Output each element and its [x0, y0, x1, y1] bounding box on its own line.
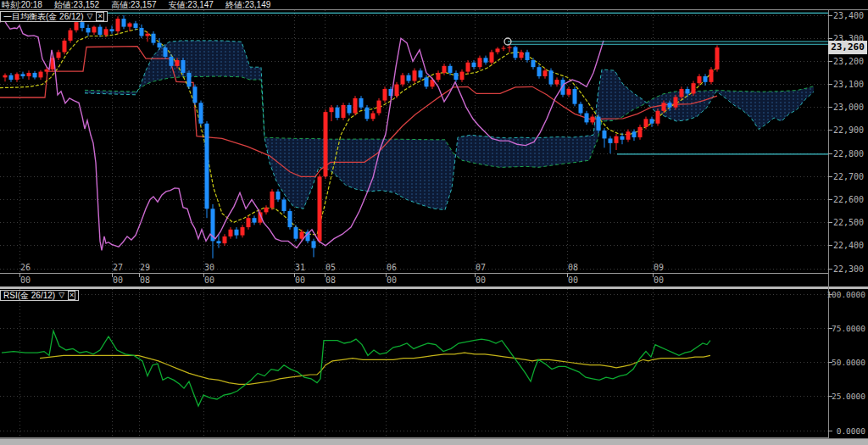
price-axis-label: 23,000: [833, 103, 864, 112]
info-high: 高値:23,157: [111, 0, 156, 9]
price-axis-label: 22,500: [833, 218, 864, 227]
price-axis-label: 23,100: [833, 80, 864, 89]
price-axis-label: 23,400: [833, 11, 864, 20]
rsi-axis-label: 100.0000: [826, 290, 865, 299]
info-time: 時刻:20:18: [2, 0, 42, 9]
date-tick-label: 09: [654, 263, 664, 272]
rsi-panel-title: RSI(金 26/12): [3, 291, 55, 300]
info-open: 始値:23,152: [54, 0, 99, 9]
price-axis-label: 22,900: [833, 125, 864, 135]
rsi-axis-label: 25.0000: [832, 392, 865, 401]
hour-tick-label: 00: [387, 275, 397, 285]
hour-tick-label: 00: [204, 275, 214, 285]
price-axis-label: 22,700: [833, 172, 864, 181]
bottom-scrollbar[interactable]: [0, 438, 868, 445]
rsi-close-button[interactable]: ×: [68, 291, 75, 300]
date-tick-label: 05: [326, 263, 336, 272]
info-low: 安値:23,147: [169, 0, 214, 9]
date-tick-label: 07: [476, 263, 486, 272]
date-tick-label: 30: [204, 263, 214, 272]
rsi-axis-label: 75.0000: [832, 324, 865, 333]
date-tick-label: 26: [20, 263, 31, 272]
date-tick-label: 08: [568, 263, 578, 272]
ichimoku-collapse-button[interactable]: ▽: [86, 12, 92, 21]
hour-tick-label: 08: [326, 275, 336, 285]
hour-tick-label: 00: [568, 275, 578, 285]
chart-canvas[interactable]: 23,40023,30023,20023,10023,00022,90022,8…: [0, 0, 868, 445]
hour-tick-label: 00: [295, 275, 305, 285]
info-close: 終値:23,149: [225, 0, 270, 9]
rsi-axis-label: 0.0000: [837, 426, 866, 436]
hour-tick-label: 00: [113, 275, 123, 285]
date-tick-label: 06: [387, 263, 397, 272]
price-axis-label: 22,800: [833, 149, 864, 159]
trading-chart-window: 23,40023,30023,20023,10023,00022,90022,8…: [0, 0, 868, 445]
price-axis-label: 23,200: [833, 57, 864, 66]
rsi-axis-label: 50.0000: [832, 358, 865, 367]
ichimoku-panel-label: 一目均衡表(金 26/12) ▽ ×: [0, 11, 108, 22]
date-tick-label: 27: [113, 263, 123, 272]
hour-tick-label: 08: [140, 275, 150, 285]
price-axis-label: 22,400: [833, 241, 864, 250]
date-tick-label: 29: [140, 263, 150, 272]
hour-tick-label: 00: [20, 275, 31, 285]
rsi-collapse-button[interactable]: ▽: [58, 291, 64, 300]
hour-tick-label: 00: [654, 275, 664, 285]
date-tick-label: 31: [295, 263, 305, 272]
hour-tick-label: 00: [476, 275, 486, 285]
ichimoku-panel-title: 一目均衡表(金 26/12): [3, 12, 83, 21]
ichimoku-close-button[interactable]: ×: [96, 12, 103, 21]
ohlc-info-bar: 時刻:20:18 始値:23,152 高値:23,157 安値:23,147 終…: [2, 0, 270, 9]
price-axis-label: 22,600: [833, 195, 864, 204]
rsi-panel-label: RSI(金 26/12) ▽ ×: [0, 290, 79, 301]
current-price-badge: 23,260: [828, 41, 867, 54]
price-axis-label: 22,300: [833, 264, 864, 274]
